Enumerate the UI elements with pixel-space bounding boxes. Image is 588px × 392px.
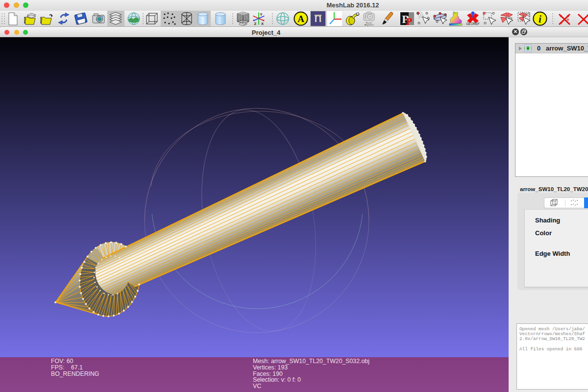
svg-text:P: P bbox=[406, 15, 412, 26]
svg-text:Y: Y bbox=[260, 12, 263, 17]
svg-text:A: A bbox=[297, 14, 304, 24]
svg-text:Alignment: Alignment bbox=[365, 24, 374, 26]
svg-text:i: i bbox=[539, 14, 541, 24]
svg-text:X: X bbox=[261, 22, 264, 26]
svg-text:GEOREF: GEOREF bbox=[466, 22, 479, 25]
svg-text:Z: Z bbox=[254, 22, 257, 26]
